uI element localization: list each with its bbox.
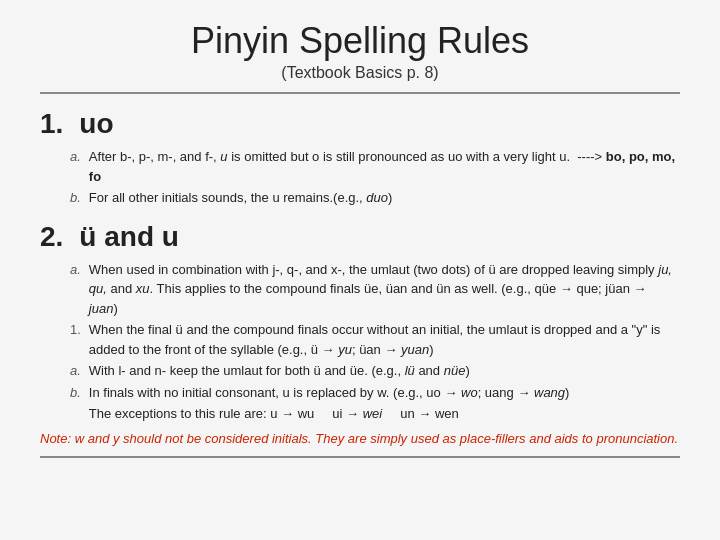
rule-label-2-1: 1.	[40, 319, 85, 360]
section1-title: uo	[79, 108, 113, 140]
section2-number: 2.	[40, 221, 63, 253]
rule-text-2aa: With l- and n- keep the umlaut for both …	[85, 360, 680, 382]
slide: Pinyin Spelling Rules (Textbook Basics p…	[0, 0, 720, 540]
rule-label-2a: a.	[40, 259, 85, 320]
rule-text-1b: For all other initials sounds, the u rem…	[85, 187, 680, 209]
rule-label-1a: a.	[40, 146, 85, 187]
table-row: a. With l- and n- keep the umlaut for bo…	[40, 360, 680, 382]
table-row: 1. When the final ü and the compound fin…	[40, 319, 680, 360]
rule-label-2b: b.	[40, 382, 85, 404]
section1-number: 1.	[40, 108, 63, 140]
top-divider	[40, 92, 680, 94]
table-row: b. For all other initials sounds, the u …	[40, 187, 680, 209]
section1-heading: 1. uo	[40, 100, 680, 144]
table-row: a. After b-, p-, m-, and f-, u is omitte…	[40, 146, 680, 187]
section2-title: ü and u	[79, 221, 179, 253]
rule-text-2b: In finals with no initial consonant, u i…	[85, 382, 680, 404]
section1-rules-table: a. After b-, p-, m-, and f-, u is omitte…	[40, 146, 680, 209]
section2-heading: 2. ü and u	[40, 213, 680, 257]
rule-text-1a: After b-, p-, m-, and f-, u is omitted b…	[85, 146, 680, 187]
page-title: Pinyin Spelling Rules	[40, 20, 680, 62]
page-subtitle: (Textbook Basics p. 8)	[40, 64, 680, 82]
rule-text-exceptions: The exceptions to this rule are: u → wu …	[85, 403, 680, 425]
table-row: a. When used in combination with j-, q-,…	[40, 259, 680, 320]
note-text: Note: w and y should not be considered i…	[40, 429, 680, 449]
bottom-divider	[40, 456, 680, 458]
rule-label-exceptions	[40, 403, 85, 425]
rule-label-2aa: a.	[40, 360, 85, 382]
table-row: b. In finals with no initial consonant, …	[40, 382, 680, 404]
rule-label-1b: b.	[40, 187, 85, 209]
table-row: The exceptions to this rule are: u → wu …	[40, 403, 680, 425]
section2-rules-table: a. When used in combination with j-, q-,…	[40, 259, 680, 425]
rule-text-2-1: When the final ü and the compound finals…	[85, 319, 680, 360]
rule-text-2a: When used in combination with j-, q-, an…	[85, 259, 680, 320]
